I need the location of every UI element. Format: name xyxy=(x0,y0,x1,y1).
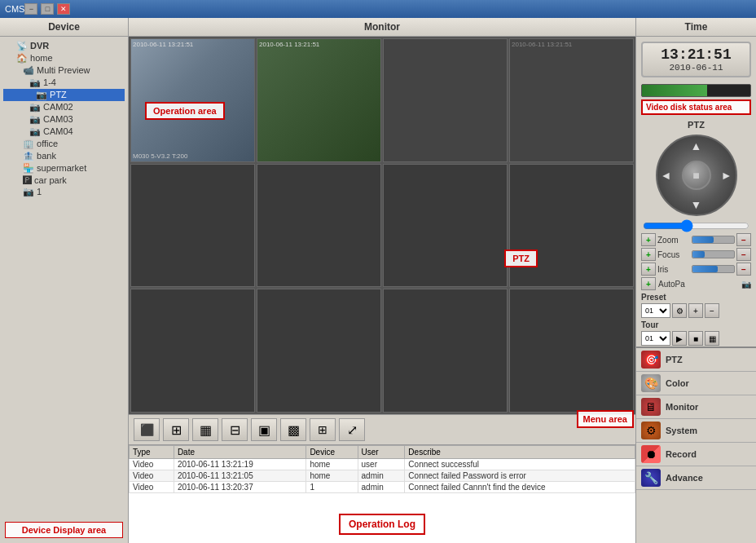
autopa-icon: 📷 xyxy=(741,280,751,289)
tree-item-office[interactable]: 🏢 office xyxy=(3,138,125,150)
device-display-area-label: Device Display area xyxy=(5,522,123,538)
window-controls: − □ ✕ xyxy=(24,3,70,15)
video-cell-3[interactable] xyxy=(383,38,508,162)
log-row-3-date: 2010-06-11 13:20:37 xyxy=(174,482,306,493)
operation-log-table: Type Date Device User Describe Video 201… xyxy=(129,445,635,493)
video-cell-1[interactable]: 2010-06-11 13:21:51 M030 5-V3.2 T:200 xyxy=(130,38,255,162)
tree-item-dvr[interactable]: 📡 DVR xyxy=(3,40,125,52)
ptz-joystick[interactable]: ▲ ▼ ◄ ► ■ xyxy=(656,135,737,216)
tree-item-home[interactable]: 🏠 home xyxy=(3,52,125,64)
log-row-1-user: user xyxy=(358,459,405,470)
advance-menu-label: Advance xyxy=(666,473,703,483)
disk-annotation: Video disk status area xyxy=(641,99,751,115)
tour-row: 0102 ▶ ■ ▦ xyxy=(641,331,751,346)
tour-stop-button[interactable]: ■ xyxy=(688,331,703,346)
16view-button[interactable]: ▩ xyxy=(280,418,306,441)
ptz-down-button[interactable]: ▼ xyxy=(691,198,702,211)
menu-item-record[interactable]: ⏺ Record xyxy=(636,443,756,466)
ptz-left-button[interactable]: ◄ xyxy=(661,169,672,182)
ptz-speed-slider[interactable] xyxy=(643,221,749,231)
zoom-plus-button[interactable]: + xyxy=(641,233,656,246)
tour-grid-button[interactable]: ▦ xyxy=(705,331,719,346)
iris-control-row: + Iris − xyxy=(641,263,751,276)
6view-button[interactable]: ▦ xyxy=(192,418,218,441)
single-view-button[interactable]: ⬛ xyxy=(134,418,160,441)
video-cell-6[interactable] xyxy=(257,164,381,288)
custom-view-button[interactable]: ⊞ xyxy=(310,418,336,441)
time-value: 13:21:51 xyxy=(646,46,746,63)
tree-item-multipreview[interactable]: 📹 Multi Preview xyxy=(3,64,125,77)
color-menu-icon: 🎨 xyxy=(641,374,661,392)
log-row-2-type: Video xyxy=(130,470,174,482)
zoom-minus-button[interactable]: − xyxy=(736,233,751,246)
log-row-2-describe: Connect failed Password is error xyxy=(405,470,635,482)
ptz-joystick-container: ▲ ▼ ◄ ► ■ xyxy=(636,131,756,219)
left-panel: Device 📡 DVR 🏠 home 📹 Multi Preview 📷 1-… xyxy=(0,18,129,543)
menu-item-monitor[interactable]: 🖥 Monitor xyxy=(636,395,756,419)
system-menu-label: System xyxy=(666,426,697,435)
time-panel-header: Time xyxy=(636,18,756,37)
focus-minus-button[interactable]: − xyxy=(736,248,751,261)
menu-item-system[interactable]: ⚙ System xyxy=(636,419,756,443)
time-display: 13:21:51 2010-06-11 Time xyxy=(641,42,751,77)
autopa-plus-button[interactable]: + xyxy=(641,277,656,290)
tree-item-bank[interactable]: 🏦 bank xyxy=(3,150,125,162)
ptz-menu-label: PTZ xyxy=(666,355,683,364)
iris-fill xyxy=(692,266,718,272)
tree-item-l1[interactable]: 📷 1 xyxy=(3,186,125,198)
log-row-3-describe: Connect failed Cannn't find the device xyxy=(405,482,635,493)
video-cell-10[interactable] xyxy=(257,289,381,413)
video-cell-12[interactable] xyxy=(509,289,634,413)
focus-control-row: + Focus − xyxy=(641,248,751,261)
cam1-name: M030 5-V3.2 T:200 xyxy=(133,152,187,160)
maximize-button[interactable]: □ xyxy=(41,3,54,15)
video-cell-8[interactable] xyxy=(509,164,634,288)
video-cell-9[interactable] xyxy=(130,289,255,413)
video-cell-7[interactable] xyxy=(383,164,508,288)
menu-item-advance[interactable]: 🔧 Advance xyxy=(636,466,756,490)
disk-fill xyxy=(642,85,707,96)
preset-select[interactable]: 010203 xyxy=(641,303,670,318)
fullscreen-button[interactable]: ⤢ xyxy=(339,418,365,441)
preset-add-button[interactable]: + xyxy=(688,303,703,318)
tree-item-supermarket[interactable]: 🏪 supermarket xyxy=(3,162,125,174)
tree-item-ptz[interactable]: 📷 PTZ xyxy=(3,89,125,101)
preset-row: 010203 ⚙ + − xyxy=(641,303,751,318)
ptz-stop-button[interactable]: ■ xyxy=(682,161,711,190)
video-cell-2[interactable]: 2010-06-11 13:21:51 xyxy=(257,38,381,162)
tour-play-button[interactable]: ▶ xyxy=(672,331,687,346)
tree-item-cam04[interactable]: 📷 CAM04 xyxy=(3,126,125,138)
menu-area: Menu area 🎯 PTZ 🎨 Color 🖥 Monitor ⚙ Syst… xyxy=(636,347,756,490)
video-cell-4[interactable]: 2010-06-11 13:21:51 xyxy=(509,38,634,162)
tree-item-cam03[interactable]: 📷 CAM03 xyxy=(3,113,125,126)
record-menu-label: Record xyxy=(666,449,697,459)
10view-button[interactable]: ▣ xyxy=(251,418,277,441)
video-cell-11[interactable] xyxy=(383,289,508,413)
minimize-button[interactable]: − xyxy=(24,3,37,15)
iris-minus-button[interactable]: − xyxy=(736,263,751,276)
main-layout: Device 📡 DVR 🏠 home 📹 Multi Preview 📷 1-… xyxy=(0,18,756,543)
video-cell-5[interactable] xyxy=(130,164,255,288)
log-col-date: Date xyxy=(174,446,306,459)
tour-section-label: Tour xyxy=(641,320,751,329)
9view-button[interactable]: ⊟ xyxy=(222,418,248,441)
iris-plus-button[interactable]: + xyxy=(641,263,656,276)
tour-select[interactable]: 0102 xyxy=(641,331,670,346)
tree-item-cam02[interactable]: 📷 CAM02 xyxy=(3,101,125,113)
log-row-1-type: Video xyxy=(130,459,174,470)
preset-config-button[interactable]: ⚙ xyxy=(672,303,687,318)
close-button[interactable]: ✕ xyxy=(57,3,70,15)
tree-item-1-4[interactable]: 📷 1-4 xyxy=(3,77,125,89)
menu-item-color[interactable]: 🎨 Color xyxy=(636,372,756,395)
ptz-up-button[interactable]: ▲ xyxy=(691,139,702,152)
quad-view-button[interactable]: ⊞ xyxy=(163,418,189,441)
focus-plus-button[interactable]: + xyxy=(641,248,656,261)
preset-remove-button[interactable]: − xyxy=(705,303,719,318)
ptz-menu-icon: 🎯 xyxy=(641,351,661,369)
ptz-section-label: PTZ xyxy=(636,120,756,130)
tree-item-carpark[interactable]: 🅿 car park xyxy=(3,174,125,186)
ptz-right-button[interactable]: ► xyxy=(721,169,732,182)
menu-item-ptz[interactable]: 🎯 PTZ xyxy=(636,348,756,372)
log-row-3: Video 2010-06-11 13:20:37 1 admin Connec… xyxy=(130,482,635,493)
log-row-1-device: home xyxy=(306,459,358,470)
